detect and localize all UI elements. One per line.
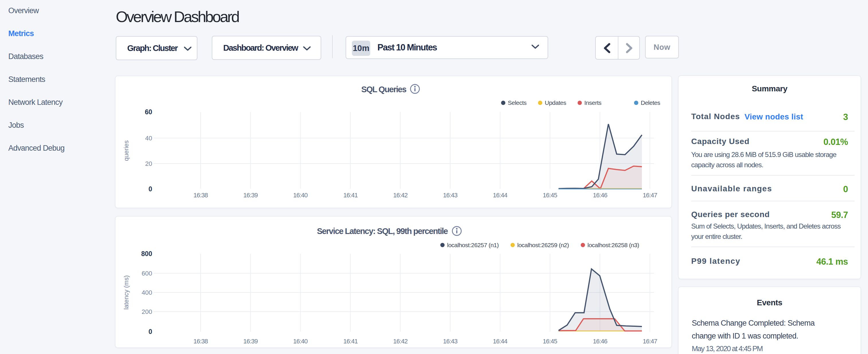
svg-text:Deletes: Deletes [641,99,660,106]
svg-text:16:39: 16:39 [243,192,258,199]
svg-text:0: 0 [149,185,152,193]
svg-text:40: 40 [145,135,152,142]
svg-text:16:41: 16:41 [343,338,358,345]
svg-text:800: 800 [141,250,152,257]
svg-text:16:38: 16:38 [193,192,208,199]
svg-text:600: 600 [142,270,152,277]
svg-text:0: 0 [149,328,152,335]
svg-text:16:47: 16:47 [643,338,657,345]
svg-text:16:40: 16:40 [293,338,308,345]
svg-text:16:45: 16:45 [543,192,557,199]
svg-text:16:39: 16:39 [243,338,258,345]
svg-text:20: 20 [145,160,152,167]
svg-text:200: 200 [142,308,152,315]
svg-text:16:42: 16:42 [393,192,408,199]
svg-text:Inserts: Inserts [584,99,601,106]
svg-text:16:44: 16:44 [493,338,507,345]
svg-text:16:47: 16:47 [643,192,657,199]
svg-text:16:40: 16:40 [293,192,308,199]
svg-text:16:42: 16:42 [393,338,408,345]
svg-text:400: 400 [142,289,152,296]
svg-text:16:43: 16:43 [443,192,458,199]
svg-text:Service Latency: SQL, 99th per: Service Latency: SQL, 99th percentile [317,227,448,236]
svg-text:queries: queries [123,140,130,161]
svg-text:16:43: 16:43 [443,338,458,345]
svg-text:localhost:26258 (n3): localhost:26258 (n3) [587,242,639,248]
svg-text:localhost:26257 (n1): localhost:26257 (n1) [447,242,499,248]
svg-text:16:45: 16:45 [543,338,557,345]
svg-text:latency (ms): latency (ms) [123,275,130,310]
svg-text:Updates: Updates [545,99,566,106]
svg-text:16:46: 16:46 [593,192,608,199]
svg-text:16:44: 16:44 [493,192,507,199]
svg-text:SQL Queries: SQL Queries [361,85,406,94]
svg-text:16:46: 16:46 [593,338,608,345]
svg-text:16:41: 16:41 [343,192,358,199]
svg-text:Selects: Selects [508,99,526,106]
svg-text:localhost:26259 (n2): localhost:26259 (n2) [517,242,569,248]
svg-text:16:38: 16:38 [193,338,208,345]
svg-text:60: 60 [145,108,152,116]
